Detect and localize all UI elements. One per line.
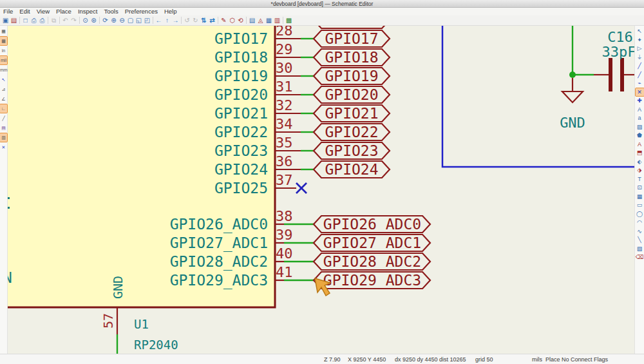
zoom-fit-objects-icon[interactable]: ◱ bbox=[135, 16, 143, 25]
add-global-label-icon[interactable]: ⬟ bbox=[636, 131, 644, 139]
global-label-text[interactable]: GPIO17 bbox=[325, 30, 378, 47]
erc-icon[interactable]: ⬡ bbox=[228, 16, 236, 25]
add-wire-icon[interactable]: ╱ bbox=[636, 62, 644, 70]
add-symbol-icon[interactable]: ▷ bbox=[636, 44, 644, 52]
global-label-text[interactable]: GPIO29_ADC3 bbox=[323, 272, 421, 289]
add-rule-area-icon[interactable]: ▨ bbox=[636, 123, 644, 131]
menu-edit[interactable]: Edit bbox=[16, 8, 33, 15]
menu-preferences[interactable]: Preferences bbox=[122, 8, 161, 15]
capacitor-net[interactable]: C16 33pF bbox=[569, 26, 634, 91]
zoom-fit-icon[interactable]: ▢ bbox=[126, 16, 135, 25]
bom-icon[interactable]: ▥ bbox=[273, 16, 281, 25]
find-replace-icon[interactable]: ⊛ bbox=[90, 16, 98, 25]
import-sheet-pin-icon[interactable]: ⬗ bbox=[636, 166, 644, 174]
generate-netlist-icon[interactable]: ▦ bbox=[265, 16, 273, 25]
add-rectangle-icon[interactable]: ▭ bbox=[636, 201, 644, 209]
capacitor-plate[interactable] bbox=[609, 58, 612, 91]
show-grid-icon[interactable]: ▦ bbox=[0, 27, 7, 35]
mirror-vertical-icon[interactable]: ⇅ bbox=[200, 16, 208, 25]
menu-view[interactable]: View bbox=[33, 8, 53, 15]
wire-junction[interactable] bbox=[569, 72, 576, 78]
find-icon[interactable]: ⊙ bbox=[81, 16, 90, 25]
add-hier-label-icon[interactable]: A bbox=[636, 140, 644, 148]
units-mils-icon[interactable]: mil bbox=[0, 56, 7, 64]
add-junction-icon[interactable]: ✚ bbox=[636, 97, 644, 104]
nav-up-hierarchy-icon[interactable]: ↑ bbox=[163, 16, 171, 25]
nav-forward-icon[interactable]: → bbox=[171, 16, 180, 25]
menu-tools[interactable]: Tools bbox=[101, 8, 122, 15]
free-angle-mode-icon[interactable]: ∠ bbox=[0, 95, 7, 103]
capacitor-plate[interactable] bbox=[620, 58, 624, 91]
new-sheet-icon[interactable]: □ bbox=[21, 16, 30, 25]
highlight-net-icon[interactable]: ✦ bbox=[636, 36, 644, 44]
add-image-icon[interactable]: ▧ bbox=[636, 245, 644, 253]
edit-page-settings-icon[interactable]: ▤ bbox=[10, 16, 18, 25]
units-mm-icon[interactable]: mm bbox=[0, 66, 7, 74]
global-label-text[interactable]: GPIO23 bbox=[325, 142, 378, 159]
crosshair-cursor-icon[interactable]: ↖ bbox=[0, 75, 7, 84]
add-hier-sheet-icon[interactable]: ⬒ bbox=[636, 149, 644, 157]
assign-footprints-icon[interactable]: ◬ bbox=[256, 16, 265, 25]
mirror-horizontal-icon[interactable]: ⇄ bbox=[208, 16, 216, 25]
symbol-editor-icon[interactable]: ▩ bbox=[285, 16, 293, 25]
redo-icon[interactable]: ↷ bbox=[70, 16, 78, 25]
print-icon[interactable]: ⎙ bbox=[30, 16, 38, 25]
hierarchy-panel-icon[interactable]: ▤ bbox=[0, 124, 7, 132]
zoom-out-icon[interactable]: ⊖ bbox=[118, 16, 126, 25]
global-label-text[interactable]: GPIO24 bbox=[325, 161, 378, 178]
menu-inspect[interactable]: Inspect bbox=[75, 8, 101, 15]
menu-file[interactable]: File bbox=[0, 8, 16, 15]
zoom-in-icon[interactable]: ⊕ bbox=[109, 16, 118, 25]
menu-help[interactable]: Help bbox=[161, 8, 180, 15]
global-label-text[interactable]: GPIO22 bbox=[325, 124, 378, 140]
global-label-text[interactable]: GPIO26_ADC0 bbox=[323, 216, 421, 233]
add-netclass-directive-icon[interactable]: a bbox=[636, 114, 644, 122]
add-textbox-icon[interactable]: ⊡ bbox=[636, 184, 644, 191]
add-line-icon[interactable]: ╲ bbox=[636, 236, 644, 244]
add-bezier-icon[interactable]: ∿ bbox=[636, 227, 644, 235]
annotate-icon[interactable]: ✎ bbox=[220, 16, 228, 25]
undo-icon[interactable]: ↶ bbox=[61, 16, 70, 25]
rotate-cw-icon[interactable]: ↻ bbox=[191, 16, 200, 25]
nav-back-icon[interactable]: ← bbox=[155, 16, 163, 25]
zoom-selection-icon[interactable]: ◰ bbox=[143, 16, 151, 25]
partial-global-label-top[interactable] bbox=[314, 26, 390, 28]
global-label-text[interactable]: GPIO28_ADC2 bbox=[323, 253, 421, 271]
global-label-text[interactable]: GPIO19 bbox=[325, 68, 378, 84]
schematic-canvas[interactable]: N 28GPIO17GPIO1729GPIO18GPIO1830GPIO19GP… bbox=[8, 26, 634, 354]
menu-place[interactable]: Place bbox=[53, 8, 75, 15]
add-no-connect-icon[interactable]: ✕ bbox=[636, 88, 644, 96]
update-symbols-icon[interactable]: ⟲ bbox=[236, 16, 245, 25]
paste-icon[interactable]: ⧉ bbox=[50, 16, 58, 25]
45deg-mode-icon[interactable]: ╱ bbox=[0, 114, 7, 122]
grid-dots-icon[interactable]: ▩ bbox=[0, 37, 7, 45]
close-panel-icon[interactable]: ✕ bbox=[0, 143, 7, 151]
select-tool-icon[interactable]: ↖ bbox=[636, 27, 644, 35]
add-bus-entry-icon[interactable]: ⌁ bbox=[636, 79, 644, 87]
add-power-port-icon[interactable]: ⏚ bbox=[636, 53, 644, 61]
component-reference[interactable]: U1 bbox=[134, 317, 149, 331]
schematic-drawing[interactable]: N 28GPIO17GPIO1729GPIO18GPIO1830GPIO19GP… bbox=[8, 26, 634, 354]
global-label-text[interactable]: GPIO27_ADC1 bbox=[323, 235, 421, 252]
add-arc-icon[interactable]: ◠ bbox=[636, 218, 644, 226]
rotate-ccw-icon[interactable]: ↺ bbox=[183, 16, 191, 25]
add-circle-icon[interactable]: ◯ bbox=[636, 210, 644, 218]
plot-icon[interactable]: ⎙ bbox=[38, 16, 46, 25]
gnd-power-symbol[interactable]: GND bbox=[560, 78, 585, 131]
component-value[interactable]: RP2040 bbox=[134, 338, 178, 352]
add-text-icon[interactable]: T bbox=[636, 175, 644, 183]
units-inches-icon[interactable]: in bbox=[0, 46, 7, 55]
properties-panel-icon[interactable]: ▥ bbox=[0, 133, 7, 142]
capacitor-value[interactable]: 33pF bbox=[602, 44, 634, 60]
add-table-icon[interactable]: ▦ bbox=[636, 193, 644, 200]
add-bus-icon[interactable]: ╱ bbox=[636, 71, 644, 79]
refresh-view-icon[interactable]: ⟳ bbox=[101, 16, 109, 25]
capacitor-reference[interactable]: C16 bbox=[607, 29, 633, 45]
global-label-text[interactable]: GPIO18 bbox=[325, 49, 378, 66]
add-net-label-icon[interactable]: A bbox=[636, 106, 644, 113]
hv-lines-mode-icon[interactable]: ∟ bbox=[0, 104, 7, 113]
show-hidden-pins-icon[interactable]: ⊿ bbox=[0, 85, 7, 93]
delete-tool-icon[interactable]: ⌫ bbox=[636, 253, 644, 261]
global-label-text[interactable]: GPIO21 bbox=[325, 105, 378, 122]
save-icon[interactable]: ▣ bbox=[1, 16, 10, 25]
